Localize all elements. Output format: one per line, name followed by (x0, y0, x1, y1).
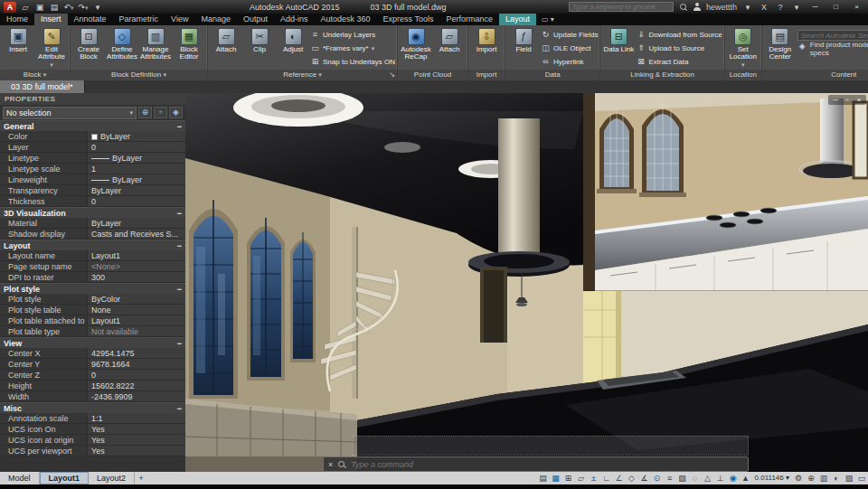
select-objects-icon[interactable]: ▫ (154, 107, 167, 118)
property-row[interactable]: LinetypeByLayer (0, 153, 185, 164)
property-row[interactable]: DPI to raster300 (0, 272, 185, 283)
polar-tracking-icon[interactable]: ∠ (613, 472, 626, 484)
edit-attribute-dropdown-icon[interactable]: ▾ (50, 61, 53, 68)
tab-layout1[interactable]: Layout1 (40, 472, 90, 484)
property-value[interactable]: 0 (87, 142, 185, 152)
property-value[interactable]: 0 (87, 370, 185, 380)
autocad-logo[interactable]: A (4, 2, 16, 13)
reference-dialog-launcher-icon[interactable]: ↘ (389, 70, 395, 80)
signin-username[interactable]: hewettth (706, 3, 737, 12)
property-row[interactable]: Center Z0 (0, 370, 185, 381)
property-value[interactable]: Yes (87, 446, 185, 456)
quick-properties-icon[interactable]: ▥ (817, 472, 830, 484)
define-attributes-button[interactable]: ◇ Define Attributes (106, 26, 138, 69)
properties-title[interactable]: PROPERTIES (0, 93, 185, 105)
new-layout-button[interactable]: + (135, 472, 147, 484)
save-button[interactable]: ▣ (34, 2, 45, 13)
property-row[interactable]: LineweightByLayer (0, 174, 185, 185)
tab-view[interactable]: View (165, 14, 194, 25)
property-row[interactable]: Width-2436.9909 (0, 391, 185, 402)
panel-label-content[interactable]: Content (762, 70, 868, 80)
edit-attribute-button[interactable]: ✎ Edit Attribute ▾ (35, 26, 68, 69)
plot-button[interactable]: ▤ (49, 2, 60, 13)
collapse-icon[interactable]: − (177, 121, 182, 131)
window-close-button[interactable]: × (849, 1, 864, 13)
command-search-icon[interactable] (337, 460, 346, 469)
block-editor-button[interactable]: ▦ Block Editor (173, 26, 205, 69)
properties-section-layout[interactable]: Layout− (0, 240, 185, 250)
property-row[interactable]: Plot table attached toLayout1 (0, 315, 185, 326)
quick-select-icon[interactable]: ◈ (169, 107, 183, 118)
set-location-dropdown-icon[interactable]: ▾ (741, 61, 745, 68)
qat-customize-dropdown[interactable]: ▾ (92, 2, 103, 13)
property-row[interactable]: UCS icon at originYes (0, 435, 185, 446)
panel-label-point-cloud[interactable]: Point Cloud (398, 70, 467, 80)
collapse-icon[interactable]: − (177, 338, 182, 348)
adjust-button[interactable]: ◐ Adjust (277, 26, 309, 69)
property-value[interactable]: 15602.8222 (87, 381, 185, 390)
property-value[interactable]: 1 (87, 164, 185, 174)
property-value[interactable]: Not available (87, 326, 185, 336)
ortho-icon[interactable]: ∟ (600, 472, 613, 484)
tab-output[interactable]: Output (237, 14, 274, 25)
property-row[interactable]: UCS icon OnYes (0, 424, 185, 435)
field-button[interactable]: ƒ Field (507, 26, 540, 69)
grid-icon[interactable]: ▦ (550, 472, 562, 484)
frames-vary-dropdown[interactable]: ▭ *Frames vary* ▾ (310, 42, 395, 55)
doc-restore-button[interactable]: ▫ (843, 95, 852, 105)
lineweight-icon[interactable]: ≡ (664, 472, 676, 484)
tab-manage[interactable]: Manage (194, 14, 237, 25)
doc-minimize-button[interactable]: ─ (831, 95, 840, 105)
property-value[interactable]: None (87, 305, 185, 315)
properties-section-general[interactable]: General− (0, 120, 185, 131)
tab-layout[interactable]: Layout (499, 14, 536, 25)
redo-dropdown-icon[interactable]: ▾ (85, 5, 89, 11)
property-value[interactable]: 42954.1475 (87, 348, 185, 358)
property-row[interactable]: Annotation scale1:1 (0, 413, 185, 424)
open-button[interactable]: ▱ (20, 2, 31, 13)
property-value[interactable]: -2436.9909 (87, 391, 185, 401)
ribbon-display-toggle[interactable]: ▭ ▾ (542, 14, 554, 25)
download-from-source-button[interactable]: ⇓ Download from Source (636, 28, 722, 42)
import-button[interactable]: ⇩ Import (470, 26, 503, 69)
autoscale-icon[interactable]: ▲ (740, 472, 752, 484)
snap-to-underlays-toggle[interactable]: ⊞ Snap to Underlays ON (310, 55, 395, 69)
dynamic-input-icon[interactable]: ± (588, 472, 600, 484)
object-snap-3d-icon[interactable]: △ (702, 472, 714, 484)
collapse-icon[interactable]: − (177, 208, 182, 218)
data-link-button[interactable]: ⊟ Data Link (602, 26, 635, 69)
property-value[interactable]: ByLayer (87, 131, 185, 141)
window-maximize-button[interactable]: □ (828, 1, 844, 13)
clip-button[interactable]: ✂ Clip (243, 26, 276, 69)
property-value[interactable]: Casts and Receives S... (87, 229, 185, 239)
ole-object-button[interactable]: ◫ OLE Object (541, 42, 598, 55)
panel-label-location[interactable]: Location (725, 70, 761, 80)
panel-label-block-definition[interactable]: Block Definition ▾ (71, 70, 207, 80)
property-value[interactable]: ByColor (87, 294, 185, 304)
panel-label-linking-extraction[interactable]: Linking & Extraction (600, 70, 723, 80)
help-button[interactable]: ? (775, 2, 786, 13)
property-row[interactable]: Plot styleByColor (0, 294, 185, 305)
autodesk-recap-button[interactable]: ◉ Autodesk ReCap (400, 26, 432, 69)
attach-reference-button[interactable]: ▱ Attach (210, 26, 242, 69)
snap-icon[interactable]: ⊞ (562, 472, 575, 484)
upload-to-source-button[interactable]: ⇑ Upload to Source (636, 42, 722, 55)
window-minimize-button[interactable]: ─ (807, 1, 823, 13)
property-value[interactable]: Layout1 (87, 250, 185, 260)
doc-close-button[interactable]: × (854, 95, 863, 105)
underlay-layers-button[interactable]: ≡ Underlay Layers (310, 28, 395, 42)
design-center-button[interactable]: ▤ Design Center (764, 26, 797, 69)
command-line[interactable]: × (323, 456, 749, 472)
property-value[interactable]: ByLayer (87, 185, 185, 195)
tab-performance[interactable]: Performance (439, 14, 499, 25)
object-snap-tracking-icon[interactable]: ∡ (638, 472, 651, 484)
undo-dropdown-icon[interactable]: ▾ (71, 5, 74, 11)
seek-search-input[interactable] (797, 30, 868, 41)
tab-autodesk-360[interactable]: Autodesk 360 (315, 14, 377, 25)
redo-button[interactable]: ↷▾ (78, 2, 89, 13)
customization-icon[interactable]: ▭ (855, 472, 868, 484)
collapse-icon[interactable]: − (177, 284, 182, 294)
property-row[interactable]: Shadow displayCasts and Receives S... (0, 229, 185, 240)
properties-section-3d-visualization[interactable]: 3D Visualization− (0, 207, 185, 218)
drawing-area[interactable]: ─ ▫ × × (185, 93, 868, 472)
